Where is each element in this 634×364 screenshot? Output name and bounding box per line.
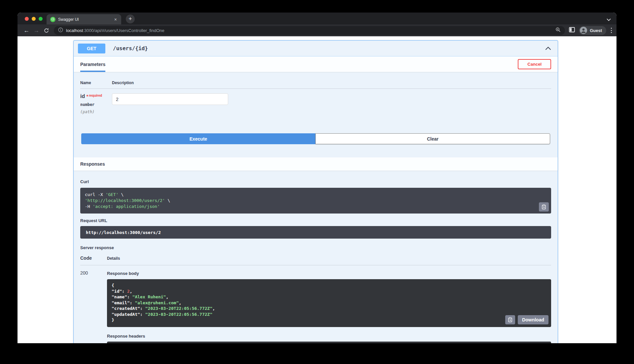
browser-window: {} Swagger UI × + ← → localhost:3000/api… xyxy=(18,13,616,343)
copy-response-button[interactable] xyxy=(505,315,515,324)
execute-row: Execute Clear xyxy=(80,114,551,157)
responses-title: Responses xyxy=(80,161,105,167)
browser-tab-swagger-ui[interactable]: {} Swagger UI × xyxy=(47,14,121,24)
tab-title: Swagger UI xyxy=(58,17,114,22)
request-url-label: Request URL xyxy=(80,218,551,223)
browser-toolbar: ← → localhost:3000/api/#/users/UsersCont… xyxy=(18,24,616,36)
code-column-header: Code xyxy=(80,255,107,261)
request-url-value: http://localhost:3000/users/2 xyxy=(80,226,551,239)
response-body-label: Response body xyxy=(107,271,139,276)
cancel-button[interactable]: Cancel xyxy=(518,59,551,69)
zoom-icon[interactable] xyxy=(555,27,561,34)
back-icon[interactable]: ← xyxy=(21,27,31,33)
required-label: required xyxy=(89,94,102,97)
clipboard-icon xyxy=(541,204,546,210)
browser-menu-icon[interactable] xyxy=(610,27,613,34)
copy-curl-button[interactable] xyxy=(539,202,549,212)
details-column-header: Details xyxy=(107,256,551,261)
download-button[interactable]: Download xyxy=(518,315,548,324)
info-icon[interactable] xyxy=(58,27,63,34)
maximize-window-button[interactable] xyxy=(39,17,43,21)
responses-body: Curl curl -X 'GET' \ 'http://localhost:3… xyxy=(74,171,558,343)
required-star: * xyxy=(87,94,88,99)
chevron-down-icon[interactable] xyxy=(607,17,611,22)
responses-section-header: Responses xyxy=(74,157,558,171)
reload-icon[interactable] xyxy=(41,28,51,33)
page-content: GET /users/{id} Parameters Cancel Name D… xyxy=(18,36,616,343)
toolbar-right-cluster: Guest xyxy=(569,26,613,35)
profile-label: Guest xyxy=(590,28,602,33)
response-row-200: 200 Response body { "id": 2, "name": "Al… xyxy=(80,265,551,343)
forward-icon[interactable]: → xyxy=(31,27,41,33)
method-badge: GET xyxy=(78,44,105,53)
parameter-row-id: id *required number (path) xyxy=(80,89,551,114)
opblock-get-users-id: GET /users/{id} Parameters Cancel Name D… xyxy=(73,40,558,343)
new-tab-button[interactable]: + xyxy=(126,15,135,23)
clipboard-icon xyxy=(508,317,513,322)
side-panel-icon[interactable] xyxy=(569,27,575,34)
close-window-button[interactable] xyxy=(25,17,29,21)
tab-close-icon[interactable]: × xyxy=(114,17,118,22)
name-column-header: Name xyxy=(80,81,112,85)
curl-command-block: curl -X 'GET' \ 'http://localhost:3000/u… xyxy=(80,188,551,214)
minimize-window-button[interactable] xyxy=(32,17,36,21)
id-parameter-input[interactable] xyxy=(112,93,228,105)
swagger-favicon-icon: {} xyxy=(50,17,55,22)
parameter-location: (path) xyxy=(80,110,112,114)
tab-parameters[interactable]: Parameters xyxy=(80,56,105,72)
curl-label: Curl xyxy=(80,179,89,184)
execute-button[interactable]: Execute xyxy=(81,133,315,144)
endpoint-path: /users/{id} xyxy=(113,45,545,51)
tab-strip: {} Swagger UI × + xyxy=(18,13,616,24)
url-text: localhost:3000/api/#/users/UsersControll… xyxy=(66,28,555,33)
response-headers-label: Response headers xyxy=(107,334,551,339)
url-bar[interactable]: localhost:3000/api/#/users/UsersControll… xyxy=(54,26,565,35)
server-response-label: Server response xyxy=(80,245,551,250)
chevron-up-icon[interactable] xyxy=(545,46,551,51)
response-body-block: { "id": 2, "name": "Alex Ruheni", "email… xyxy=(107,279,551,327)
avatar-icon xyxy=(580,27,587,34)
description-column-header: Description xyxy=(112,81,551,85)
parameter-type: number xyxy=(80,102,112,107)
parameter-name: id *required xyxy=(80,93,112,99)
profile-chip[interactable]: Guest xyxy=(579,26,606,35)
response-headers-block: connection: keep-alivecontent-length: 13… xyxy=(107,342,551,344)
clear-button[interactable]: Clear xyxy=(315,133,550,144)
traffic-lights xyxy=(25,17,43,21)
opblock-summary[interactable]: GET /users/{id} xyxy=(74,41,558,56)
parameters-body: Name Description id *required number (pa… xyxy=(74,72,558,157)
status-code: 200 xyxy=(80,270,107,343)
parameters-section-header: Parameters Cancel xyxy=(74,56,558,72)
